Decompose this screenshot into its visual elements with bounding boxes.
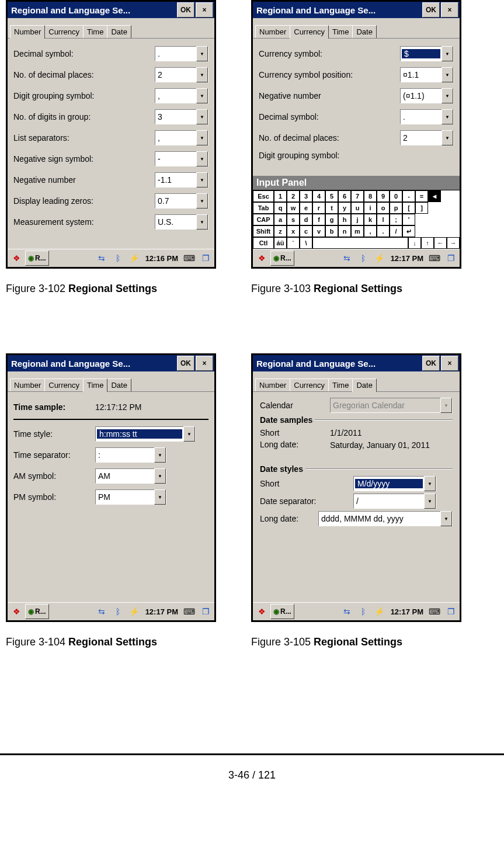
key[interactable]: / xyxy=(390,225,402,237)
key[interactable]: f xyxy=(312,214,325,225)
key[interactable]: 8 xyxy=(364,190,377,202)
tab-currency[interactable]: Currency xyxy=(44,378,84,391)
chevron-down-icon[interactable]: ▼ xyxy=(154,489,166,505)
key[interactable]: u xyxy=(351,202,364,214)
windows-icon[interactable]: ❐ xyxy=(443,605,458,619)
windows-icon[interactable]: ❐ xyxy=(443,251,458,265)
combo-box[interactable]: h:mm:ss tt▼ xyxy=(95,426,196,442)
combo-box[interactable]: .▼ xyxy=(155,46,208,61)
key[interactable]: 1 xyxy=(274,190,287,202)
start-icon[interactable]: ❖ xyxy=(9,605,24,619)
key[interactable]: d xyxy=(300,214,312,225)
key[interactable]: r xyxy=(312,202,325,214)
chevron-down-icon[interactable]: ▼ xyxy=(424,476,436,491)
combo-box[interactable]: (¤1.1)▼ xyxy=(400,88,454,103)
key[interactable]: 2 xyxy=(287,190,300,202)
key[interactable]: ` xyxy=(287,237,300,249)
key[interactable]: ↓ xyxy=(408,237,421,249)
combo-box[interactable]: 2▼ xyxy=(155,67,208,82)
key[interactable]: e xyxy=(300,202,312,214)
close-button[interactable]: × xyxy=(441,2,458,18)
key[interactable]: CAP xyxy=(253,214,274,225)
close-button[interactable]: × xyxy=(196,2,213,18)
key[interactable]: ' xyxy=(402,214,415,225)
combo-box[interactable]: U.S.▼ xyxy=(155,214,208,230)
tab-currency[interactable]: Currency xyxy=(290,378,329,391)
chevron-down-icon[interactable]: ▼ xyxy=(183,426,195,442)
key[interactable]: \ xyxy=(300,237,312,249)
close-button[interactable]: × xyxy=(441,356,458,371)
combo-box[interactable]: -1.1▼ xyxy=(155,172,208,187)
key[interactable]: ◄ xyxy=(428,190,441,202)
network-icon[interactable]: ⇆ xyxy=(339,605,354,619)
tab-number[interactable]: Number xyxy=(10,378,45,391)
key[interactable]: Ctl xyxy=(253,237,274,249)
sip-icon[interactable]: ⌨ xyxy=(427,251,442,265)
sip-icon[interactable]: ⌨ xyxy=(427,605,442,619)
key[interactable]: v xyxy=(312,225,325,237)
ok-button[interactable]: OK xyxy=(422,2,440,18)
key[interactable]: s xyxy=(287,214,300,225)
key[interactable]: → xyxy=(447,237,460,249)
key[interactable]: Tab xyxy=(253,202,274,214)
key[interactable]: c xyxy=(300,225,312,237)
tab-date[interactable]: Date xyxy=(107,378,131,391)
sip-icon[interactable]: ⌨ xyxy=(182,251,197,265)
key[interactable]: 6 xyxy=(338,190,351,202)
tab-time[interactable]: Time xyxy=(83,25,107,38)
key[interactable]: i xyxy=(364,202,377,214)
combo-box[interactable]: ,▼ xyxy=(155,130,208,145)
combo-box[interactable]: AM▼ xyxy=(95,468,166,484)
chevron-down-icon[interactable]: ▼ xyxy=(442,67,453,82)
start-icon[interactable]: ❖ xyxy=(254,605,269,619)
tab-date[interactable]: Date xyxy=(107,25,131,38)
key[interactable]: l xyxy=(377,214,390,225)
key[interactable]: ← xyxy=(434,237,447,249)
key[interactable]: w xyxy=(287,202,300,214)
key[interactable]: 4 xyxy=(312,190,325,202)
key[interactable]: Esc xyxy=(253,190,274,202)
power-icon[interactable]: ⚡ xyxy=(127,251,142,265)
combo-box[interactable]: -▼ xyxy=(155,151,208,166)
key[interactable]: q xyxy=(274,202,287,214)
key[interactable]: b xyxy=(325,225,338,237)
taskbar-task[interactable]: ◉R... xyxy=(270,604,294,619)
combo-box[interactable]: $▼ xyxy=(400,46,454,61)
ok-button[interactable]: OK xyxy=(177,356,194,371)
key[interactable]: ; xyxy=(390,214,402,225)
bluetooth-icon[interactable]: ᛒ xyxy=(110,251,126,265)
key[interactable]: . xyxy=(377,225,390,237)
chevron-down-icon[interactable]: ▼ xyxy=(196,214,208,230)
chevron-down-icon[interactable]: ▼ xyxy=(196,67,208,82)
ok-button[interactable]: OK xyxy=(422,356,440,371)
taskbar-task[interactable]: ◉R... xyxy=(25,604,49,619)
windows-icon[interactable]: ❐ xyxy=(198,251,213,265)
key[interactable]: z xyxy=(274,225,287,237)
key[interactable]: 0 xyxy=(390,190,402,202)
key[interactable]: h xyxy=(338,214,351,225)
chevron-down-icon[interactable]: ▼ xyxy=(154,468,166,484)
combo-box[interactable]: ¤1.1▼ xyxy=(400,67,454,82)
chevron-down-icon[interactable]: ▼ xyxy=(196,172,208,187)
chevron-down-icon[interactable]: ▼ xyxy=(196,109,208,124)
tab-date[interactable]: Date xyxy=(352,378,376,392)
tab-time[interactable]: Time xyxy=(328,25,353,38)
tab-time[interactable]: Time xyxy=(328,378,353,391)
key[interactable]: x xyxy=(287,225,300,237)
key[interactable]: ] xyxy=(415,202,428,214)
tab-currency[interactable]: Currency xyxy=(290,25,329,39)
tab-date[interactable]: Date xyxy=(352,25,376,38)
chevron-down-icon[interactable]: ▼ xyxy=(196,193,208,209)
network-icon[interactable]: ⇆ xyxy=(339,251,354,265)
combo-box[interactable]: 2▼ xyxy=(400,130,454,145)
key[interactable]: Shift xyxy=(253,225,274,237)
date-sep-combo[interactable]: / ▼ xyxy=(353,494,436,509)
start-icon[interactable]: ❖ xyxy=(254,251,269,265)
power-icon[interactable]: ⚡ xyxy=(372,605,387,619)
key[interactable]: k xyxy=(364,214,377,225)
combo-box[interactable]: 3▼ xyxy=(155,109,208,124)
key[interactable]: [ xyxy=(402,202,415,214)
bluetooth-icon[interactable]: ᛒ xyxy=(356,251,371,265)
key[interactable]: 9 xyxy=(377,190,390,202)
chevron-down-icon[interactable]: ▼ xyxy=(196,130,208,145)
